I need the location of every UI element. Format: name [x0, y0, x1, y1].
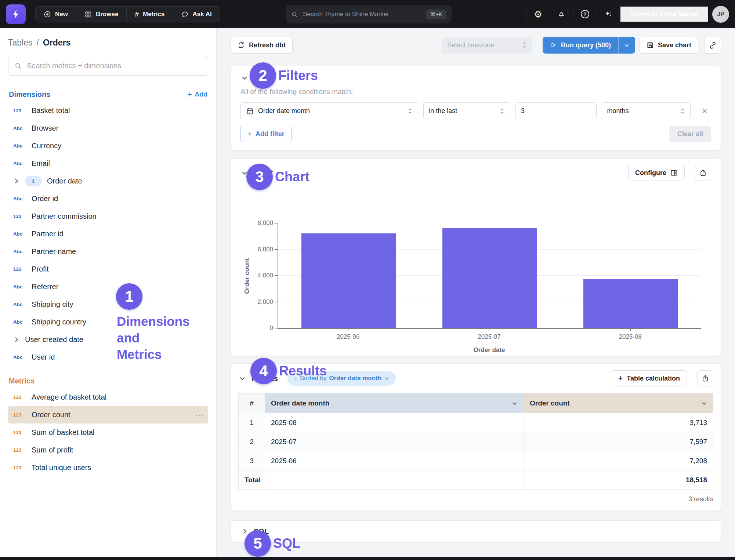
sql-expand-toggle[interactable] — [240, 527, 249, 535]
clear-all-filters-button[interactable]: Clear all — [669, 126, 711, 142]
y-tick-label: 8,000 — [257, 219, 273, 227]
sidebar-item-label: User id — [32, 353, 55, 361]
order-count-cell[interactable]: 7,597 — [524, 432, 713, 451]
sidebar-item-sum-of-basket-total[interactable]: 123Sum of basket total — [8, 423, 208, 441]
filter-unit-select[interactable]: months — [602, 102, 691, 119]
nav-metrics-label: Metrics — [143, 11, 165, 18]
table-calculation-button[interactable]: + Table calculation — [611, 370, 687, 386]
filters-condition-text: All of the following conditions match: — [240, 88, 711, 96]
add-filter-label: Add filter — [256, 130, 285, 138]
refresh-dbt-button[interactable]: Refresh dbt — [231, 37, 293, 54]
filter-operator-select[interactable]: in the last — [423, 102, 510, 119]
x-tick-label: 2025-08 — [560, 329, 701, 341]
chevron-right-icon — [13, 337, 20, 343]
sidebar-item-shipping-country[interactable]: AbcShipping country — [8, 313, 208, 331]
order-count-cell[interactable]: 7,208 — [524, 451, 713, 470]
nav-metrics-button[interactable]: # Metrics — [126, 7, 173, 22]
fields-search-input[interactable] — [27, 62, 202, 70]
top-navbar: New Browse # Metrics Ask AI Search Thyme… — [0, 0, 735, 28]
order-date-month-cell[interactable]: 2025-08 — [265, 413, 524, 432]
sidebar-item-label: Basket total — [32, 106, 70, 115]
breadcrumb: Tables / Orders — [8, 38, 208, 48]
bell-icon — [557, 10, 565, 18]
bar-2025-08[interactable] — [583, 279, 678, 328]
sidebar-item-partner-id[interactable]: AbcPartner id — [8, 225, 208, 243]
notifications-button[interactable] — [550, 6, 573, 22]
global-search[interactable]: Search Thyme to Shine Market ⌘+K — [286, 5, 452, 23]
export-chart-button[interactable] — [695, 165, 711, 181]
chevron-down-icon[interactable] — [512, 400, 518, 406]
sidebar-item-partner-name[interactable]: AbcPartner name — [8, 243, 208, 260]
x-tick-text: 2025-07 — [478, 333, 500, 341]
ai-sparkle-button[interactable] — [597, 6, 620, 22]
chevron-down-icon[interactable] — [701, 400, 707, 406]
main-nav: New Browse # Metrics Ask AI — [35, 6, 220, 22]
sidebar-item-average-of-basket-total[interactable]: 123Average of basket total — [8, 388, 208, 406]
sorted-by-prefix: Sorted by — [300, 375, 327, 382]
sidebar-item-referrer[interactable]: AbcReferrer — [8, 278, 208, 295]
panel-icon — [670, 169, 678, 177]
number-type-icon: 123 — [13, 465, 26, 470]
results-collapse-toggle[interactable] — [238, 374, 246, 382]
item-menu-icon[interactable]: ··· — [195, 410, 204, 419]
order-count-cell[interactable]: 3,713 — [524, 413, 713, 432]
add-dimension-button[interactable]: + Add — [187, 91, 207, 99]
y-tick-mark — [275, 249, 278, 250]
help-button[interactable]: ? — [573, 6, 597, 22]
sorted-by-pill[interactable]: ↓ Sorted by Order date month — [287, 371, 396, 386]
main-content: Refresh dbt Select timezone Run query (5… — [217, 28, 735, 557]
add-filter-button[interactable]: + Add filter — [240, 126, 292, 142]
run-query-button[interactable]: Run query (500) — [543, 37, 618, 54]
number-type-icon: 123 — [13, 430, 26, 435]
sidebar-item-order-count[interactable]: 123Order count··· — [8, 406, 208, 423]
sidebar-item-profit[interactable]: 123Profit — [8, 260, 208, 278]
chevron-right-icon — [13, 178, 20, 184]
filters-collapse-toggle[interactable] — [240, 74, 249, 82]
configure-chart-button[interactable]: Configure — [628, 165, 685, 181]
sidebar-item-partner-commission[interactable]: 123Partner commission — [8, 207, 208, 225]
sidebar-item-label: Order count — [32, 411, 70, 419]
bar-2025-06[interactable] — [301, 233, 396, 328]
nav-browse-button[interactable]: Browse — [76, 7, 126, 22]
settings-button[interactable]: ⚙ — [526, 6, 550, 22]
order-date-month-cell[interactable]: 2025-06 — [265, 451, 524, 470]
sidebar-item-user-id[interactable]: AbcUser id — [8, 348, 208, 366]
sidebar-item-basket-total[interactable]: 123Basket total — [8, 102, 208, 119]
sidebar-item-user-created-date[interactable]: User created date — [8, 331, 208, 348]
bar-2025-07[interactable] — [442, 228, 537, 328]
lightning-bolt-icon — [10, 9, 21, 20]
user-avatar[interactable]: JP — [712, 6, 729, 23]
sidebar-item-label: Currency — [32, 142, 61, 150]
run-query-options-button[interactable] — [618, 37, 635, 54]
sidebar-item-email[interactable]: AbcEmail — [8, 154, 208, 172]
filter-field-select[interactable]: Order date month — [240, 102, 418, 119]
sidebar-item-currency[interactable]: AbcCurrency — [8, 137, 208, 154]
filter-value-input-group — [515, 102, 597, 119]
copy-link-button[interactable] — [704, 37, 721, 54]
sidebar-item-browser[interactable]: AbcBrowser — [8, 119, 208, 137]
column-header-order-date-month[interactable]: Order date month — [265, 393, 524, 413]
nav-ask-ai-button[interactable]: Ask AI — [173, 7, 220, 22]
export-results-button[interactable] — [697, 370, 713, 386]
updown-chevrons-icon — [522, 41, 527, 49]
sidebar-item-sum-of-profit[interactable]: 123Sum of profit — [8, 441, 208, 459]
filter-value-input[interactable] — [516, 103, 597, 119]
breadcrumb-tables-link[interactable]: Tables — [8, 38, 32, 48]
sidebar-item-total-unique-users[interactable]: 123Total unique users — [8, 459, 208, 476]
timezone-select[interactable]: Select timezone — [442, 37, 532, 54]
fields-search[interactable] — [8, 56, 208, 76]
app-logo[interactable] — [6, 4, 26, 24]
updown-chevrons-icon — [408, 107, 413, 115]
sidebar-item-shipping-city[interactable]: AbcShipping city — [8, 295, 208, 313]
remove-filter-button[interactable]: × — [698, 104, 711, 117]
order-date-month-cell[interactable]: 2025-07 — [265, 432, 524, 451]
chart-collapse-toggle[interactable] — [240, 169, 249, 177]
sidebar-item-order-date[interactable]: 1Order date — [8, 172, 208, 190]
results-table: #Order date monthOrder count 12025-083,7… — [238, 393, 713, 490]
row-index-cell: 2 — [239, 432, 265, 451]
nav-new-button[interactable]: New — [36, 7, 76, 22]
column-header-order-count[interactable]: Order count — [524, 393, 713, 413]
save-chart-button[interactable]: Save chart — [640, 37, 698, 54]
org-switcher[interactable]: Thyme to Shine Market — [620, 6, 709, 22]
sidebar-item-order-id[interactable]: AbcOrder id — [8, 190, 208, 207]
